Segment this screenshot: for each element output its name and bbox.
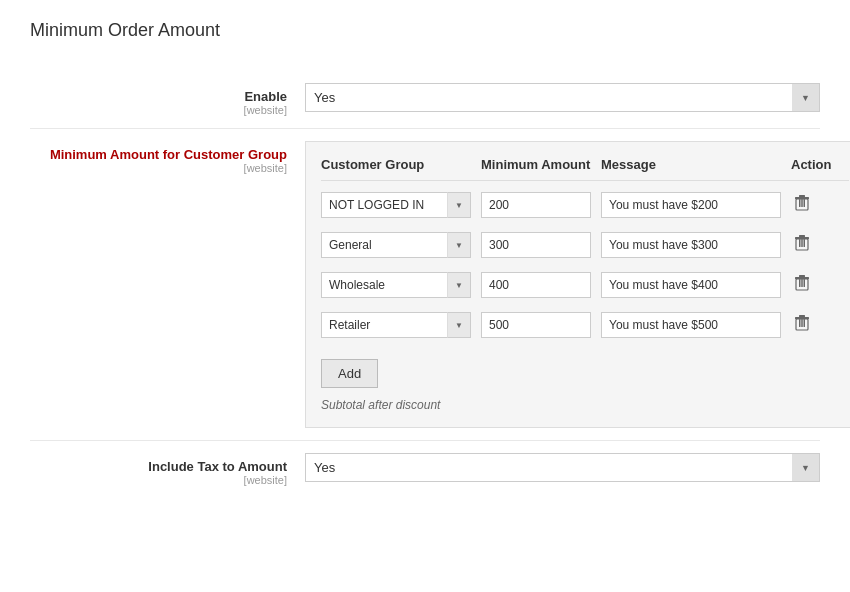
include-tax-row: Include Tax to Amount [website] Yes No bbox=[30, 441, 820, 498]
group-select-wrapper-3: NOT LOGGED IN General Wholesale Retailer bbox=[321, 272, 471, 298]
table-row: NOT LOGGED IN General Wholesale Retailer bbox=[321, 271, 849, 299]
table-row: NOT LOGGED IN General Wholesale Retailer bbox=[321, 191, 849, 219]
include-tax-field-content: Yes No bbox=[305, 453, 820, 482]
enable-row: Enable [website] Yes No bbox=[30, 71, 820, 129]
amount-cell-4 bbox=[481, 312, 601, 338]
delete-button-1[interactable] bbox=[791, 191, 813, 219]
col-header-amount: Minimum Amount bbox=[481, 157, 601, 172]
message-cell-2 bbox=[601, 232, 791, 258]
include-tax-label: Include Tax to Amount [website] bbox=[30, 453, 305, 486]
enable-select-wrapper: Yes No bbox=[305, 83, 820, 112]
amount-input-2[interactable] bbox=[481, 232, 591, 258]
enable-label: Enable [website] bbox=[30, 83, 305, 116]
table-row: NOT LOGGED IN General Wholesale Retailer bbox=[321, 311, 849, 339]
message-cell-4 bbox=[601, 312, 791, 338]
enable-field-content: Yes No bbox=[305, 83, 820, 112]
amount-cell-1 bbox=[481, 192, 601, 218]
svg-rect-8 bbox=[801, 239, 803, 247]
message-input-3[interactable] bbox=[601, 272, 781, 298]
form-section: Enable [website] Yes No Minimum Amount f… bbox=[30, 71, 820, 498]
trash-icon-3 bbox=[795, 275, 809, 291]
group-select-btn-3[interactable] bbox=[447, 272, 471, 298]
delete-button-3[interactable] bbox=[791, 271, 813, 299]
svg-rect-15 bbox=[804, 279, 806, 287]
group-select-wrapper-4: NOT LOGGED IN General Wholesale Retailer bbox=[321, 312, 471, 338]
svg-rect-21 bbox=[804, 319, 806, 327]
group-select-wrapper-1: NOT LOGGED IN General Wholesale Retailer bbox=[321, 192, 471, 218]
svg-rect-20 bbox=[801, 319, 803, 327]
svg-rect-16 bbox=[795, 277, 809, 279]
svg-rect-17 bbox=[799, 275, 805, 277]
message-cell-1 bbox=[601, 192, 791, 218]
svg-rect-19 bbox=[799, 319, 801, 327]
action-cell-2 bbox=[791, 231, 850, 259]
enable-select[interactable]: Yes No bbox=[305, 83, 820, 112]
group-select-wrapper-2: NOT LOGGED IN General Wholesale Retailer bbox=[321, 232, 471, 258]
add-button[interactable]: Add bbox=[321, 359, 378, 388]
svg-rect-11 bbox=[799, 235, 805, 237]
col-header-message: Message bbox=[601, 157, 791, 172]
customer-group-row: Minimum Amount for Customer Group [websi… bbox=[30, 129, 820, 441]
include-tax-select-wrapper: Yes No bbox=[305, 453, 820, 482]
svg-rect-23 bbox=[799, 315, 805, 317]
svg-rect-9 bbox=[804, 239, 806, 247]
customer-group-label: Minimum Amount for Customer Group [websi… bbox=[30, 141, 305, 174]
table-header: Customer Group Minimum Amount Message Ac… bbox=[321, 157, 849, 181]
delete-button-4[interactable] bbox=[791, 311, 813, 339]
action-cell-1 bbox=[791, 191, 850, 219]
svg-rect-14 bbox=[801, 279, 803, 287]
action-cell-3 bbox=[791, 271, 850, 299]
trash-icon-4 bbox=[795, 315, 809, 331]
include-tax-select[interactable]: Yes No bbox=[305, 453, 820, 482]
svg-rect-5 bbox=[799, 195, 805, 197]
col-header-group: Customer Group bbox=[321, 157, 481, 172]
amount-cell-3 bbox=[481, 272, 601, 298]
group-select-btn-4[interactable] bbox=[447, 312, 471, 338]
amount-cell-2 bbox=[481, 232, 601, 258]
col-header-action: Action bbox=[791, 157, 850, 172]
action-cell-4 bbox=[791, 311, 850, 339]
amount-input-1[interactable] bbox=[481, 192, 591, 218]
svg-rect-10 bbox=[795, 237, 809, 239]
page-title: Minimum Order Amount bbox=[30, 20, 820, 51]
svg-rect-4 bbox=[795, 197, 809, 199]
group-select-btn-1[interactable] bbox=[447, 192, 471, 218]
message-input-4[interactable] bbox=[601, 312, 781, 338]
svg-rect-2 bbox=[801, 199, 803, 207]
subtotal-note: Subtotal after discount bbox=[321, 398, 849, 412]
amount-input-3[interactable] bbox=[481, 272, 591, 298]
customer-group-table: Customer Group Minimum Amount Message Ac… bbox=[305, 141, 850, 428]
trash-icon-1 bbox=[795, 195, 809, 211]
svg-rect-7 bbox=[799, 239, 801, 247]
message-input-1[interactable] bbox=[601, 192, 781, 218]
svg-rect-1 bbox=[799, 199, 801, 207]
svg-rect-22 bbox=[795, 317, 809, 319]
customer-group-field-content: Customer Group Minimum Amount Message Ac… bbox=[305, 141, 850, 428]
table-row: NOT LOGGED IN General Wholesale Retailer bbox=[321, 231, 849, 259]
delete-button-2[interactable] bbox=[791, 231, 813, 259]
message-cell-3 bbox=[601, 272, 791, 298]
message-input-2[interactable] bbox=[601, 232, 781, 258]
amount-input-4[interactable] bbox=[481, 312, 591, 338]
group-select-btn-2[interactable] bbox=[447, 232, 471, 258]
svg-rect-3 bbox=[804, 199, 806, 207]
svg-rect-13 bbox=[799, 279, 801, 287]
trash-icon-2 bbox=[795, 235, 809, 251]
